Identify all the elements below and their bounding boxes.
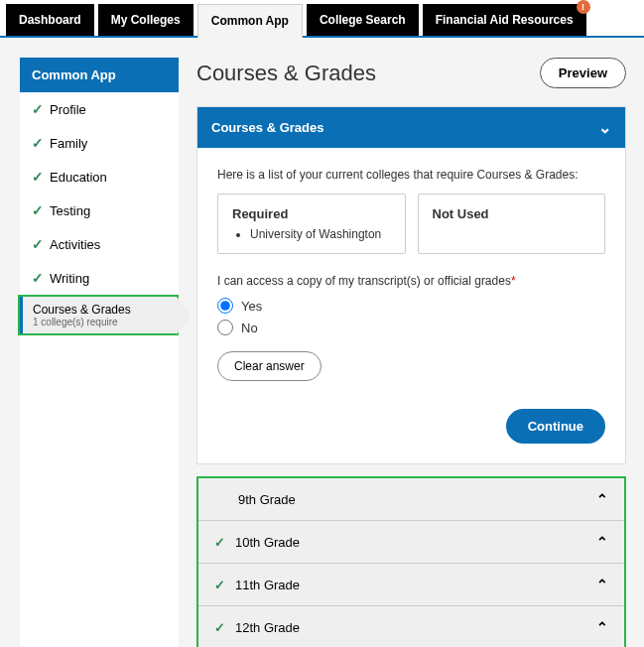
top-nav: DashboardMy CollegesCommon AppCollege Se… — [0, 0, 644, 38]
grade-label: 11th Grade — [235, 578, 300, 592]
sidebar-item-testing[interactable]: ✓Testing — [20, 194, 179, 227]
required-box: Required University of Washington — [217, 194, 406, 254]
grade-section-12th-grade[interactable]: ✓12th Grade⌃ — [198, 605, 624, 647]
continue-button[interactable]: Continue — [506, 409, 605, 444]
sidebar-item-writing[interactable]: ✓Writing — [20, 261, 179, 295]
sidebar-item-profile[interactable]: ✓Profile — [20, 92, 179, 126]
grade-section-11th-grade[interactable]: ✓11th Grade⌃ — [198, 563, 624, 605]
check-icon: ✓ — [32, 135, 44, 151]
chevron-up-icon: ⌃ — [596, 577, 608, 592]
check-icon: ✓ — [32, 202, 44, 218]
not-used-label: Not Used — [433, 206, 591, 221]
sidebar-item-family[interactable]: ✓Family — [20, 126, 179, 160]
main-content: Courses & Grades Preview Courses & Grade… — [196, 58, 626, 647]
sidebar-item-label: Activities — [50, 237, 100, 252]
check-icon: ✓ — [32, 169, 44, 185]
preview-button[interactable]: Preview — [540, 58, 626, 88]
sidebar-active-highlight: Courses & Grades 1 college(s) require — [18, 295, 179, 335]
alert-badge-icon: ! — [577, 0, 590, 14]
sidebar-active-label: Courses & Grades — [33, 303, 169, 317]
check-icon: ✓ — [214, 535, 225, 550]
check-icon: ✓ — [32, 236, 44, 252]
sidebar: Common App ✓Profile✓Family✓Education✓Tes… — [20, 58, 179, 647]
panel-header-label: Courses & Grades — [211, 120, 323, 135]
arrow-right-icon — [177, 297, 191, 334]
courses-panel: Courses & Grades ⌄ Here is a list of you… — [196, 106, 626, 464]
sidebar-title: Common App — [20, 58, 179, 92]
check-icon: ✓ — [32, 270, 44, 286]
radio-no-input[interactable] — [217, 320, 233, 335]
grade-label: 12th Grade — [235, 620, 300, 635]
tab-dashboard[interactable]: Dashboard — [6, 4, 94, 36]
sidebar-item-label: Testing — [50, 203, 90, 218]
tab-college-search[interactable]: College Search — [307, 4, 419, 36]
check-icon: ✓ — [214, 578, 225, 592]
check-icon: ✓ — [32, 101, 44, 117]
chevron-up-icon: ⌃ — [596, 534, 608, 550]
transcript-question: I can access a copy of my transcript(s) … — [217, 274, 605, 288]
sidebar-item-activities[interactable]: ✓Activities — [20, 227, 179, 261]
chevron-down-icon: ⌄ — [598, 118, 611, 137]
sidebar-active-subtext: 1 college(s) require — [33, 317, 169, 327]
radio-yes[interactable]: Yes — [217, 298, 605, 314]
sidebar-item-education[interactable]: ✓Education — [20, 160, 179, 194]
radio-yes-input[interactable] — [217, 298, 233, 314]
grade-sections: 9th Grade⌃✓10th Grade⌃✓11th Grade⌃✓12th … — [196, 476, 626, 647]
sidebar-item-label: Writing — [50, 271, 89, 286]
required-label: Required — [232, 206, 391, 221]
sidebar-item-label: Education — [50, 170, 107, 185]
radio-no[interactable]: No — [217, 320, 605, 335]
check-icon: ✓ — [214, 620, 225, 635]
chevron-up-icon: ⌃ — [596, 491, 608, 507]
radio-no-label: No — [241, 321, 258, 335]
grade-label: 10th Grade — [235, 535, 300, 550]
panel-header[interactable]: Courses & Grades ⌄ — [197, 107, 625, 148]
clear-answer-button[interactable]: Clear answer — [217, 351, 322, 381]
required-college: University of Washington — [250, 227, 391, 241]
radio-yes-label: Yes — [241, 299, 262, 314]
sidebar-item-label: Family — [50, 136, 87, 151]
required-asterisk: * — [511, 274, 516, 288]
sidebar-item-label: Profile — [50, 102, 86, 117]
tab-my-colleges[interactable]: My Colleges — [98, 4, 193, 36]
not-used-box: Not Used — [418, 194, 606, 254]
intro-text: Here is a list of your current colleges … — [217, 168, 605, 182]
tab-common-app[interactable]: Common App — [197, 4, 303, 38]
required-list: University of Washington — [232, 227, 391, 241]
tab-financial-aid-resources[interactable]: Financial Aid Resources! — [423, 4, 586, 36]
grade-section-9th-grade[interactable]: 9th Grade⌃ — [198, 478, 624, 520]
grade-label: 9th Grade — [238, 492, 296, 507]
grade-section-10th-grade[interactable]: ✓10th Grade⌃ — [198, 520, 624, 563]
chevron-up-icon: ⌃ — [596, 619, 608, 635]
page-title: Courses & Grades — [196, 61, 376, 86]
sidebar-item-courses-grades[interactable]: Courses & Grades 1 college(s) require — [20, 297, 177, 333]
